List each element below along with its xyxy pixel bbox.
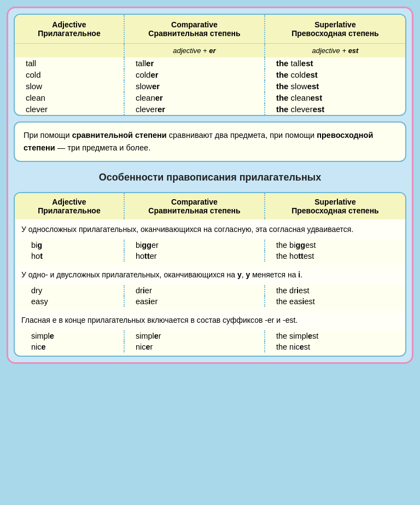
table-row: hothotterthe hottest	[15, 251, 405, 262]
comp-cell: drier	[124, 285, 265, 296]
sup-cell: the slowest	[265, 80, 405, 92]
subheader-comp: adjective + er	[124, 44, 265, 58]
table-row: cleancleanerthe cleanest	[15, 92, 405, 103]
note-text: При помощи сравнительной степени сравнив…	[24, 131, 373, 152]
sup-cell: the coldest	[265, 69, 405, 80]
adj-cell: slow	[15, 80, 124, 92]
top-table-section: Adjective Прилагательное Comparative Сра…	[14, 14, 406, 116]
comp-cell: nicer	[124, 341, 265, 352]
adj-cell: hot	[15, 251, 124, 262]
sup-cell: the cleverest	[265, 103, 405, 115]
comp-cell: taller	[124, 57, 265, 69]
table-row: cleverclevererthe cleverest	[15, 103, 405, 115]
rule-row: У односложных прилагательных, оканчивающ…	[15, 219, 405, 240]
bottom-header-comp: Comparative Сравнительная степень	[124, 193, 265, 219]
sup-cell: the hottest	[265, 251, 405, 262]
adj-cell: big	[15, 240, 124, 251]
adj-cell: nice	[15, 341, 124, 352]
adj-cell: clean	[15, 92, 124, 103]
adjective-table: Adjective Прилагательное Comparative Сра…	[15, 15, 405, 115]
adj-cell: simple	[15, 330, 124, 341]
page-wrapper: Adjective Прилагательное Comparative Сра…	[7, 7, 413, 364]
adj-cell: clever	[15, 103, 124, 115]
rule-text: У одно- и двусложных прилагательных, ока…	[15, 265, 405, 285]
bottom-table-section: Adjective Прилагательное Comparative Сра…	[14, 192, 406, 357]
comp-cell: cleaner	[124, 92, 265, 103]
spacer	[15, 352, 405, 356]
rule-text: У односложных прилагательных, оканчивающ…	[15, 219, 405, 240]
table-row: easyeasierthe easiest	[15, 296, 405, 307]
header-comparative: Comparative Сравнительная степень	[124, 15, 265, 44]
sup-cell: the driest	[265, 285, 405, 296]
bottom-header-adj: Adjective Прилагательное	[15, 193, 124, 219]
rule-row: Гласная е в конце прилагательных включае…	[15, 310, 405, 330]
sup-cell: the simplest	[265, 330, 405, 341]
adj-cell: easy	[15, 296, 124, 307]
spelling-table: Adjective Прилагательное Comparative Сра…	[15, 193, 405, 356]
comp-cell: easier	[124, 296, 265, 307]
table-row: talltallerthe tallest	[15, 57, 405, 69]
sup-cell: the easiest	[265, 296, 405, 307]
comp-cell: hotter	[124, 251, 265, 262]
subheader-sup: adjective + est	[265, 44, 405, 58]
table-row: slowslowerthe slowest	[15, 80, 405, 92]
subheader-empty	[15, 44, 124, 58]
comp-cell: simpler	[124, 330, 265, 341]
sup-cell: the cleanest	[265, 92, 405, 103]
adj-cell: dry	[15, 285, 124, 296]
table-row: coldcolderthe coldest	[15, 69, 405, 80]
table-row: drydrierthe driest	[15, 285, 405, 296]
comp-cell: colder	[124, 69, 265, 80]
adj-cell: tall	[15, 57, 124, 69]
header-adjective: Adjective Прилагательное	[15, 15, 124, 44]
table-row: simplesimplerthe simplest	[15, 330, 405, 341]
adj-cell: cold	[15, 69, 124, 80]
comp-cell: cleverer	[124, 103, 265, 115]
table-row: nicenicerthe nicest	[15, 341, 405, 352]
grammar-note: При помощи сравнительной степени сравнив…	[14, 121, 406, 162]
rule-text: Гласная е в конце прилагательных включае…	[15, 310, 405, 330]
bottom-header-sup: Superlative Превосходная степень	[265, 193, 405, 219]
sup-cell: the nicest	[265, 341, 405, 352]
comp-cell: bigger	[124, 240, 265, 251]
table-row: bigbiggerthe biggest	[15, 240, 405, 251]
rule-row: У одно- и двусложных прилагательных, ока…	[15, 265, 405, 285]
header-superlative: Superlative Превосходная степень	[265, 15, 405, 44]
section-heading: Особенности правописания прилагательных	[14, 167, 406, 188]
comp-cell: slower	[124, 80, 265, 92]
sup-cell: the biggest	[265, 240, 405, 251]
sup-cell: the tallest	[265, 57, 405, 69]
